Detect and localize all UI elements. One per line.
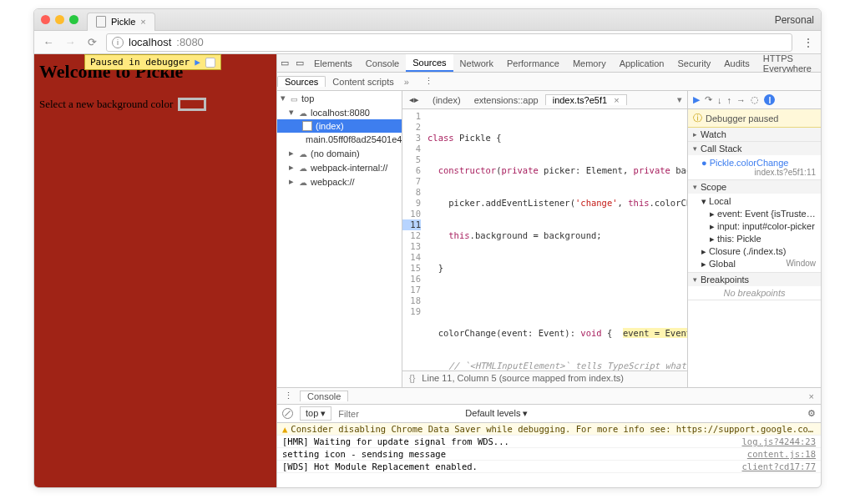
clear-console-icon[interactable] (282, 408, 293, 419)
tab-console[interactable]: Console (359, 54, 406, 72)
devtools: ▭ ▭ Elements Console Sources Network Per… (276, 54, 821, 487)
paused-overlay-text: Paused in debugger (90, 57, 190, 68)
resume-button[interactable]: ▶ (693, 94, 700, 105)
issue-counts[interactable]: ▲1 (818, 58, 822, 68)
color-input[interactable] (178, 98, 206, 111)
tree-file-index[interactable]: (index) (277, 119, 402, 133)
deactivate-breakpoints-button[interactable]: ◌ (751, 94, 759, 105)
open-file-tabs: ◂▸ (index) extensions::app index.ts?e5f1… (402, 91, 687, 109)
scope-section[interactable]: ▾Scope (688, 180, 821, 194)
tree-webpack[interactable]: ▸webpack:// (277, 174, 402, 189)
breakpoints-section[interactable]: ▾Breakpoints (688, 273, 821, 286)
step-into-button[interactable]: ↓ (717, 95, 722, 105)
scope-global[interactable]: ▸ GlobalWindow (693, 258, 816, 270)
code-body[interactable]: 12345678910111213141516171819 class Pick… (402, 109, 687, 370)
resume-icon[interactable]: ▶ (195, 57, 200, 68)
file-tree: ▾top ▾localhost:8080 (index) main.05ff0f… (277, 91, 402, 387)
minimize-window-icon[interactable] (55, 15, 64, 24)
tab-security[interactable]: Security (670, 54, 717, 72)
site-info-icon[interactable]: i (112, 37, 124, 48)
back-button[interactable]: ← (41, 35, 56, 50)
file-tab-extensions[interactable]: extensions::app (468, 95, 545, 105)
profile-label[interactable]: Personal (775, 14, 814, 26)
paused-in-debugger-overlay: Paused in debugger ▶ (84, 54, 221, 70)
window-controls (41, 15, 78, 24)
tab-elements[interactable]: Elements (307, 54, 359, 72)
console-log[interactable]: ▲Consider disabling Chrome Data Saver wh… (277, 423, 821, 487)
line-gutter: 12345678910111213141516171819 (402, 109, 424, 370)
scope-local[interactable]: ▾ Local (693, 195, 816, 208)
code-status-bar: {}Line 11, Column 5 (source mapped from … (402, 370, 687, 387)
console-drawer-tabs: ⋮ Console × (277, 388, 821, 405)
call-stack-section[interactable]: ▾Call Stack (688, 142, 821, 155)
code-tabs-nav-icon[interactable]: ◂▸ (402, 94, 426, 105)
info-icon: ⓘ (693, 112, 702, 124)
file-tab-indexts[interactable]: index.ts?e5f1× (545, 94, 627, 105)
code-pane: ◂▸ (index) extensions::app index.ts?e5f1… (402, 91, 687, 387)
tree-no-domain[interactable]: ▸(no domain) (277, 146, 402, 160)
main-split: Paused in debugger ▶ Welcome to Pickle S… (34, 54, 821, 487)
console-settings-icon[interactable]: ⚙ (807, 408, 816, 419)
tree-file-main[interactable]: main.05ff0f8ad25401e409d6.b (277, 133, 402, 146)
reload-button[interactable]: ⟳ (84, 35, 99, 50)
tab-sources[interactable]: Sources (406, 54, 453, 72)
debugger-paused-banner: ⓘDebugger paused (688, 109, 821, 128)
drawer-close-icon[interactable]: × (802, 391, 821, 401)
step-over-button[interactable]: ↷ (705, 94, 712, 105)
address-host: localhost (129, 36, 171, 48)
scope-closure[interactable]: ▸ Closure (./index.ts) (693, 245, 816, 258)
tree-origin[interactable]: ▾localhost:8080 (277, 105, 402, 119)
file-tab-index[interactable]: (index) (426, 95, 468, 105)
subtab-sources[interactable]: Sources (277, 76, 326, 87)
code-more-icon[interactable]: ▾ (672, 94, 687, 105)
tree-webpack-internal[interactable]: ▸webpack-internal:// (277, 160, 402, 174)
browser-window: Pickle × Personal ← → ⟳ i localhost:8080… (33, 8, 822, 488)
console-drawer: ⋮ Console × top ▾ Default levels ▾ ⚙ ▲Co… (277, 387, 821, 487)
step-over-icon[interactable] (205, 58, 215, 68)
tab-application[interactable]: Application (613, 54, 671, 72)
subtabs-menu-icon[interactable]: ⋮ (417, 76, 440, 87)
pause-exceptions-button[interactable]: ‖ (764, 94, 775, 105)
maximize-window-icon[interactable] (69, 15, 78, 24)
tab-memory[interactable]: Memory (566, 54, 613, 72)
step-out-button[interactable]: ↑ (727, 95, 732, 105)
tab-audits[interactable]: Audits (717, 54, 756, 72)
drawer-tab-console[interactable]: Console (300, 391, 348, 401)
context-select[interactable]: top ▾ (300, 406, 331, 421)
device-toggle-icon[interactable]: ▭ (292, 54, 307, 72)
address-port: :8080 (176, 36, 204, 48)
console-row: [HMR] Waiting for update signal from WDS… (277, 436, 821, 448)
scope-var-input[interactable]: ▸ input: input#color-picker (693, 220, 816, 233)
omnibox[interactable]: i localhost:8080 (106, 33, 792, 52)
step-button[interactable]: → (736, 95, 746, 105)
rendered-page: Paused in debugger ▶ Welcome to Pickle S… (34, 54, 276, 487)
inspect-icon[interactable]: ▭ (277, 54, 292, 72)
page-icon (96, 16, 106, 28)
scope-var-this[interactable]: ▸ this: Pickle (693, 233, 816, 245)
browser-tab[interactable]: Pickle × (87, 13, 155, 31)
console-row: setting icon - sendsing messagecontent.j… (277, 448, 821, 461)
console-row: [WDS] Hot Module Replacement enabled.cli… (277, 461, 821, 473)
sources-sub-tabs: Sources Content scripts » ⋮ (277, 73, 821, 91)
drawer-menu-icon[interactable]: ⋮ (277, 391, 300, 401)
close-tab-icon[interactable]: × (140, 17, 145, 27)
color-picker-label: Select a new background color (39, 98, 271, 111)
address-bar: ← → ⟳ i localhost:8080 ⋮ (34, 31, 821, 54)
tree-top[interactable]: ▾top (277, 91, 402, 105)
watch-section[interactable]: ▸Watch (688, 128, 821, 141)
log-level-select[interactable]: Default levels ▾ (460, 407, 533, 420)
browser-menu-icon[interactable]: ⋮ (802, 36, 814, 49)
more-subtabs-icon[interactable]: » (401, 77, 412, 87)
scope-var-event[interactable]: ▸ event: Event {isTrusted: tru (693, 208, 816, 220)
close-window-icon[interactable] (41, 15, 50, 24)
debugger-toolbar: ▶ ↷ ↓ ↑ → ◌ ‖ (688, 91, 821, 109)
tab-network[interactable]: Network (453, 54, 500, 72)
subtab-content-scripts[interactable]: Content scripts (326, 77, 400, 87)
titlebar: Pickle × Personal (34, 9, 821, 31)
tab-performance[interactable]: Performance (500, 54, 566, 72)
console-row-warning: ▲Consider disabling Chrome Data Saver wh… (277, 423, 821, 436)
console-filter-input[interactable] (338, 409, 453, 419)
call-stack-frame[interactable]: ● Pickle.colorChangeindex.ts?e5f1:11 (693, 157, 816, 178)
tab-https-everywhere[interactable]: HTTPS Everywhere (756, 54, 818, 72)
breakpoints-empty: No breakpoints (688, 286, 821, 300)
